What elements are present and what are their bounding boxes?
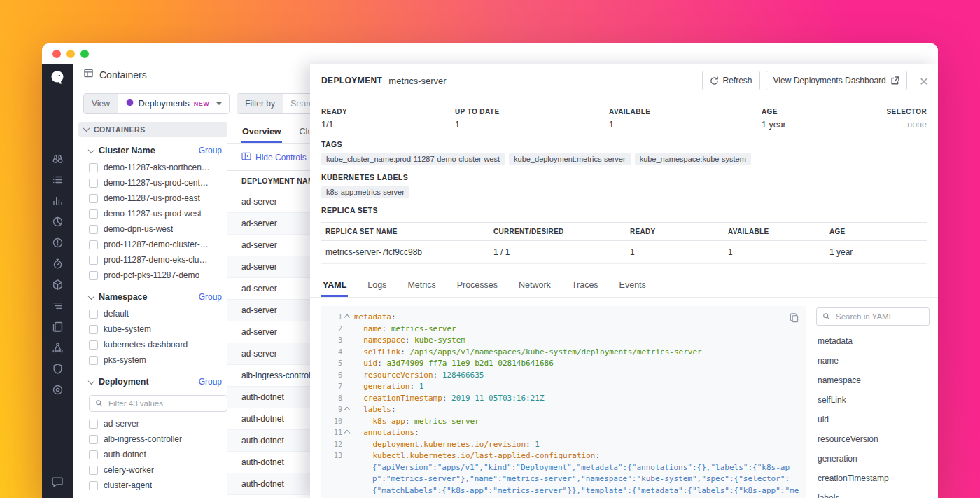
checkbox <box>89 340 98 350</box>
desktop-background: Containers View Deployments NEW Filter b <box>0 0 980 498</box>
containers-icon[interactable] <box>52 279 64 291</box>
stat-label: UP TO DATE <box>455 108 609 116</box>
stat-label: READY <box>321 108 455 116</box>
watchdog-icon[interactable] <box>52 153 64 165</box>
new-badge: NEW <box>194 100 210 107</box>
yaml-outline-item[interactable]: namespace <box>816 371 930 390</box>
filter-checkbox-item[interactable]: demo-11287-us-prod-west <box>78 206 227 221</box>
filter-checkbox-item[interactable]: demo-11287-us-prod-east <box>78 191 227 206</box>
metrics-icon[interactable] <box>52 216 64 228</box>
yaml-outline-item[interactable]: name <box>816 351 930 371</box>
deployment-filter-input[interactable] <box>107 399 221 408</box>
group-link[interactable]: Group <box>199 146 222 155</box>
yaml-outline-item[interactable]: resourceVersion <box>816 429 930 449</box>
yaml-outline-item[interactable]: labels <box>816 488 930 498</box>
stat-value: none <box>887 120 927 130</box>
replica-table-row[interactable]: metrics-server-7fcf9cc98b 1 / 1 1 1 1 ye… <box>321 241 927 264</box>
tag-pill[interactable]: kube_deployment:metrics-server <box>509 153 631 165</box>
stat-block: SELECTOR none <box>887 108 927 130</box>
yaml-outline-list: metadata name namespace selfLink uid res… <box>816 331 930 498</box>
checkbox <box>89 435 98 444</box>
filter-group-header[interactable]: Namespace Group <box>78 292 227 306</box>
checkbox-label: demo-dpn-us-west <box>104 224 173 234</box>
filter-group-title: Deployment <box>99 377 149 387</box>
panel-tab[interactable]: Traces <box>570 274 600 297</box>
processes-icon[interactable] <box>52 300 64 312</box>
checkbox-label: prod-11287-demo-cluster-… <box>104 240 209 249</box>
apm-icon[interactable] <box>52 258 64 270</box>
checkbox <box>89 466 98 475</box>
yaml-outline-item[interactable]: generation <box>816 449 930 469</box>
deployment-name-cell: auth-dotnet <box>241 436 284 445</box>
filter-checkbox-item[interactable]: auth-dotnet <box>78 447 227 462</box>
filter-checkbox-item[interactable]: demo-11287-us-prod-cent… <box>78 175 227 191</box>
yaml-outline-item[interactable]: selfLink <box>816 390 930 410</box>
close-window-button[interactable] <box>52 50 61 58</box>
yaml-search-input[interactable] <box>834 312 923 321</box>
refresh-button[interactable]: Refresh <box>702 71 760 90</box>
filter-checkbox-item[interactable]: default <box>78 306 227 321</box>
panel-type-label: DEPLOYMENT <box>321 76 382 85</box>
filter-group-header[interactable]: Cluster Name Group <box>78 146 227 160</box>
yaml-outline-item[interactable]: creationTimestamp <box>816 469 930 488</box>
filter-checkbox-item[interactable]: ad-server <box>78 416 227 431</box>
copy-icon[interactable] <box>789 312 799 326</box>
dashboards-icon[interactable] <box>52 195 64 207</box>
containers-section-header[interactable]: CONTAINERS <box>78 122 227 137</box>
security-icon[interactable] <box>52 363 64 375</box>
list-tab[interactable]: Overview <box>241 122 282 143</box>
group-link[interactable]: Group <box>199 377 222 387</box>
filter-checkbox-item[interactable]: prod-11287-demo-cluster-… <box>78 237 227 252</box>
filter-checkbox-item[interactable]: kubernetes-dashboard <box>78 337 227 352</box>
panel-tab[interactable]: Processes <box>456 274 499 297</box>
help-chat-icon[interactable] <box>51 476 64 488</box>
network-icon[interactable] <box>52 342 64 354</box>
panel-tab[interactable]: Logs <box>366 274 388 297</box>
tag-pill[interactable]: kube_cluster_name:prod-11287-demo-cluste… <box>321 153 505 165</box>
tags-section: TAGS kube_cluster_name:prod-11287-demo-c… <box>310 132 938 165</box>
filter-checkbox-item[interactable]: cluster-agent <box>78 478 227 493</box>
events-icon[interactable] <box>52 174 64 186</box>
yaml-outline-item[interactable]: metadata <box>816 331 930 351</box>
checkbox-label: demo-11287-us-prod-cent… <box>104 178 209 188</box>
minimize-window-button[interactable] <box>66 50 75 58</box>
stat-label: SELECTOR <box>887 108 927 116</box>
filter-checkbox-item[interactable]: prod-pcf-pks-11287-demo <box>78 268 227 283</box>
label-pill[interactable]: k8s-app:metrics-server <box>321 186 410 198</box>
filter-checkbox-item[interactable]: demo-11287-aks-northcen… <box>78 160 227 175</box>
view-dropdown[interactable]: Deployments NEW <box>118 94 229 113</box>
yaml-viewer[interactable]: 1metadata:2 name: metrics-server3 namesp… <box>321 306 806 498</box>
panel-tab[interactable]: Events <box>618 274 648 297</box>
filter-checkbox-item[interactable]: kube-system <box>78 321 227 337</box>
checkbox <box>89 225 98 234</box>
monitors-icon[interactable] <box>52 237 64 249</box>
filter-checkbox-item[interactable]: prod-11287-demo-eks-clu… <box>78 252 227 268</box>
rum-icon[interactable] <box>52 384 64 396</box>
panel-tabs: YAML Logs Metrics Processes Network Trac… <box>310 274 938 298</box>
zoom-window-button[interactable] <box>80 50 89 58</box>
panel-tab[interactable]: YAML <box>321 274 348 297</box>
panel-tab[interactable]: Network <box>517 274 552 297</box>
stat-block: AGE 1 year <box>762 108 887 130</box>
checkbox-label: prod-pcf-pks-11287-demo <box>104 270 200 280</box>
filter-checkbox-item[interactable]: demo-dpn-us-west <box>78 221 227 237</box>
checkbox-label: default <box>104 309 129 319</box>
checkbox <box>89 163 98 172</box>
replica-column-header: AGE <box>830 223 923 240</box>
filter-checkbox-item[interactable]: celery-worker <box>78 462 227 478</box>
yaml-outline-item[interactable]: uid <box>816 410 930 429</box>
filter-group-header[interactable]: Deployment Group <box>78 377 227 391</box>
logs-icon[interactable] <box>52 321 64 333</box>
deployment-name-cell: auth-dotnet <box>241 392 284 402</box>
filter-checkbox-item[interactable]: alb-ingress-controller <box>78 431 227 447</box>
filter-checkbox-item[interactable]: pks-system <box>78 352 227 368</box>
view-deployments-dashboard-button[interactable]: View Deployments Dashboard <box>766 71 907 90</box>
tag-pill[interactable]: kube_namespace:kube-system <box>635 153 751 165</box>
group-link[interactable]: Group <box>199 292 222 302</box>
datadog-logo-icon[interactable] <box>48 69 66 87</box>
panel-tab[interactable]: Metrics <box>406 274 437 297</box>
close-panel-icon[interactable]: × <box>920 74 928 88</box>
available-cell: 1 <box>728 241 830 263</box>
stat-label: AVAILABLE <box>609 108 762 116</box>
replica-table-header: REPLICA SET NAME CURRENT/DESIRED READY A… <box>321 222 927 241</box>
